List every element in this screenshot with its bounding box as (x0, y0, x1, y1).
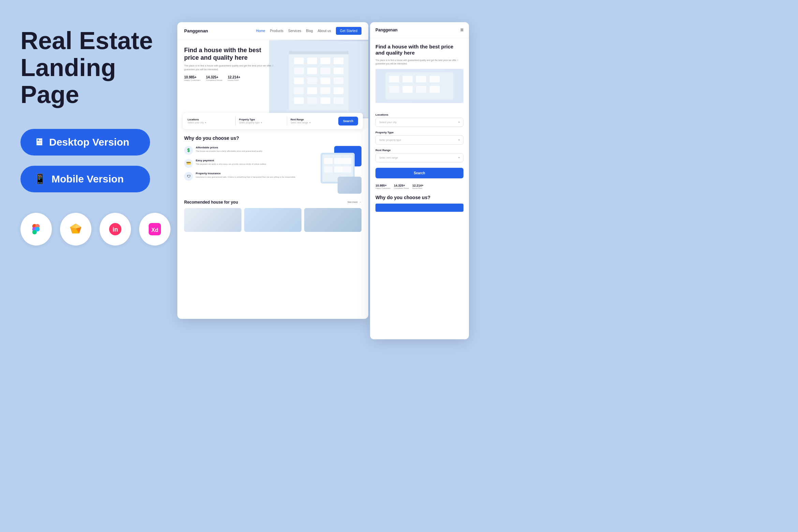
payment-icon: 💳 (184, 159, 193, 168)
chevron-down-icon: ▾ (309, 121, 311, 124)
search-divider-2 (287, 116, 287, 126)
mobile-property-select[interactable]: Selec property type ▾ (375, 135, 463, 145)
svg-rect-50 (416, 76, 426, 83)
hero-stats: 10.985+ Happy Customers 14.325+ Complete… (184, 75, 276, 81)
figma-icon (20, 213, 52, 246)
mobile-why-title: Why do you choose us? (375, 195, 463, 201)
svg-rect-33 (334, 87, 343, 94)
rent-range-field[interactable]: Rent Range Selec rent range ▾ (291, 118, 335, 124)
svg-rect-34 (294, 97, 304, 104)
mobile-stat-completed: 14.325+ Completed House (394, 184, 409, 189)
mobile-stat-customers: 10.985+ Happy Customers (375, 184, 390, 189)
svg-rect-20 (320, 58, 330, 64)
svg-rect-26 (294, 77, 304, 84)
mobile-locations-select[interactable]: Select your city ▾ (375, 118, 463, 127)
why-title: Why do you choose us? (184, 135, 361, 141)
svg-rect-30 (294, 87, 304, 94)
why-features: 💲 Affordable prices The house we provide… (184, 146, 316, 194)
svg-rect-37 (334, 97, 343, 104)
svg-rect-41 (334, 158, 343, 164)
why-section: Why do you choose us? 💲 Affordable price… (177, 129, 368, 200)
svg-rect-21 (334, 58, 343, 64)
locations-field[interactable]: Locations Select your city ▾ (188, 118, 232, 124)
feature-insurance-text: Property insurance Insurance is also gua… (196, 172, 295, 178)
svg-text:in: in (113, 226, 118, 233)
recommended-section: Recomended house for you See more → (177, 200, 368, 232)
desktop-logo: Panggenan (184, 28, 208, 33)
see-more-link[interactable]: See more → (348, 201, 361, 203)
hamburger-icon[interactable]: ≡ (460, 27, 463, 33)
search-divider-1 (235, 116, 236, 126)
stat-completed-house: 14.325+ Completed House (206, 75, 222, 81)
svg-rect-48 (389, 76, 399, 83)
mobile-hero-image (375, 69, 463, 103)
mobile-stat-rent: 12.214+ House Rent (412, 184, 424, 189)
mobile-logo: Panggenan (375, 28, 398, 32)
svg-rect-52 (389, 86, 399, 93)
desktop-version-button[interactable]: 🖥 Desktop Version (20, 129, 150, 156)
svg-rect-18 (294, 58, 304, 64)
svg-rect-29 (334, 77, 343, 84)
mobile-search-button[interactable]: Search (375, 168, 463, 178)
hero-content: Find a house with the best price and qua… (177, 40, 282, 118)
svg-rect-27 (307, 77, 317, 84)
mobile-hero: Find a house with the best price and qua… (370, 38, 469, 113)
house-cards (184, 208, 361, 232)
svg-rect-40 (324, 158, 332, 164)
mobile-rent-field: Rent Range Selec rent range ▾ (375, 149, 463, 162)
mobile-rent-select[interactable]: Selec rent range ▾ (375, 153, 463, 162)
svg-text:Xd: Xd (151, 227, 158, 233)
house-card-2 (244, 208, 301, 232)
mobile-why-section: Why do you choose us? (370, 195, 469, 212)
svg-rect-54 (416, 86, 426, 93)
svg-rect-35 (307, 97, 317, 104)
desktop-preview: Panggenan Home Products Services Blog Ab… (177, 22, 368, 319)
hero-building-image (269, 40, 368, 118)
svg-rect-43 (324, 166, 332, 173)
why-image-container (321, 146, 361, 194)
feature-affordable-text: Affordable prices The house we provide h… (196, 146, 262, 152)
mobile-stats: 10.985+ Happy Customers 14.325+ Complete… (370, 184, 469, 189)
mobile-preview: Panggenan ≡ Find a house with the best p… (370, 22, 469, 339)
mobile-version-button[interactable]: 📱 Mobile Version (20, 166, 150, 192)
house-card-1 (184, 208, 241, 232)
svg-rect-49 (402, 76, 413, 83)
monitor-icon: 🖥 (34, 136, 44, 148)
svg-rect-25 (334, 68, 343, 74)
arrow-icon: → (359, 201, 361, 203)
why-image-stack (321, 146, 361, 194)
svg-rect-32 (320, 87, 330, 94)
mobile-hero-subtitle: The place is to find a house with guaran… (375, 59, 463, 65)
desktop-search-button[interactable]: Search (338, 117, 358, 125)
left-section: Real Estate Landing Page 🖥 Desktop Versi… (20, 27, 171, 246)
svg-point-4 (35, 227, 40, 231)
desktop-hero: Find a house with the best price and qua… (177, 40, 368, 118)
nav-link-services[interactable]: Services (288, 29, 301, 33)
property-type-field[interactable]: Property Type Selec property type ▾ (239, 118, 283, 124)
nav-link-about[interactable]: About us (317, 29, 331, 33)
feature-affordable: 💲 Affordable prices The house we provide… (184, 146, 316, 155)
svg-rect-45 (343, 166, 351, 173)
insurance-icon: 🛡 (184, 172, 193, 181)
affordable-icon: 💲 (184, 146, 193, 155)
svg-rect-23 (307, 68, 317, 74)
nav-link-blog[interactable]: Blog (306, 29, 313, 33)
svg-rect-42 (343, 158, 351, 164)
invision-icon: in (100, 213, 131, 246)
house-card-3 (304, 208, 361, 232)
mobile-property-field: Property Type Selec property type ▾ (375, 131, 463, 145)
svg-rect-51 (430, 76, 440, 83)
svg-rect-19 (307, 58, 317, 64)
svg-rect-55 (430, 86, 440, 93)
stat-happy-customers: 10.985+ Happy Customers (184, 75, 201, 81)
nav-link-home[interactable]: Home (256, 29, 265, 33)
sketch-icon (60, 213, 91, 246)
nav-cta-button[interactable]: Get Started (336, 27, 361, 35)
svg-rect-28 (320, 77, 330, 84)
svg-rect-53 (402, 86, 413, 93)
chevron-down-icon: ▾ (458, 156, 460, 159)
chevron-down-icon: ▾ (458, 121, 460, 124)
stat-house-rent: 12.214+ House Rent (228, 75, 240, 81)
nav-link-products[interactable]: Products (270, 29, 283, 33)
nav-links: Home Products Services Blog About us Get… (256, 27, 361, 35)
